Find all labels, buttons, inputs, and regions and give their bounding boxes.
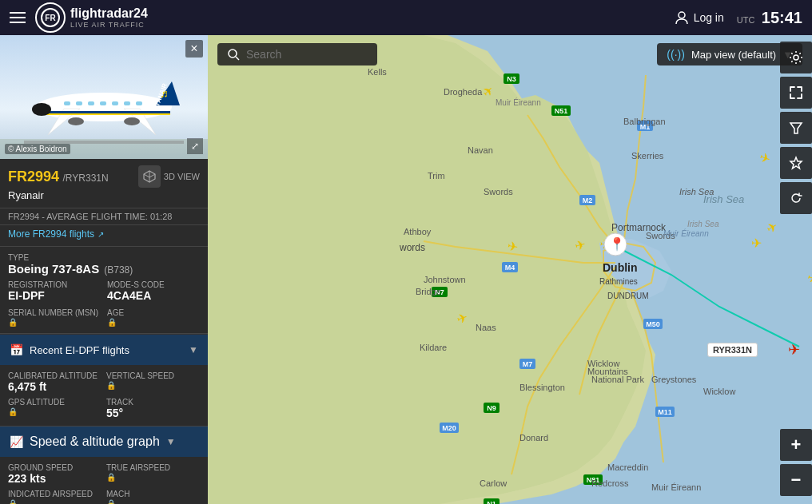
settings-button[interactable] — [780, 42, 812, 73]
svg-point-97 — [794, 55, 798, 60]
svg-text:📍: 📍 — [609, 236, 625, 252]
speed-graph-chevron: ▼ — [166, 436, 176, 447]
age-item: AGE — [107, 308, 200, 327]
map-area[interactable]: M1 M50 N51 N3 M2 M4 M7 — [208, 35, 812, 504]
logo: FR flightradar24 LIVE AIR TRAFFIC — [35, 2, 148, 33]
logo-subtext: LIVE AIR TRAFFIC — [70, 21, 148, 29]
hamburger-menu[interactable] — [10, 12, 26, 23]
refresh-button[interactable] — [780, 182, 812, 214]
true-airspeed-item: TRUE AIRSPEED — [106, 463, 200, 485]
radar-signal-icon: ((·)) — [667, 48, 685, 61]
expand-image-button[interactable]: ⤢ — [187, 138, 203, 154]
svg-text:Trim: Trim — [428, 171, 445, 181]
svg-text:N9: N9 — [487, 404, 496, 412]
svg-text:Bridge: Bridge — [416, 287, 441, 296]
mach-item: MACH — [106, 490, 200, 504]
aircraft-image: RYANAIR ♬ × © Alexis Boidron ⤢ — [0, 35, 208, 159]
svg-text:Greystones: Greystones — [651, 375, 697, 384]
svg-rect-12 — [124, 101, 130, 105]
flight-id: FR2994 /RYR331N — [8, 169, 109, 185]
login-button[interactable]: Log in — [675, 10, 724, 25]
svg-text:M20: M20 — [442, 424, 456, 432]
svg-text:♬: ♬ — [160, 87, 169, 100]
flight-id-row: FR2994 /RYR331N 3D VIEW — [8, 165, 200, 188]
3d-view-icon — [138, 165, 161, 188]
star-icon — [789, 156, 803, 170]
speed-data-section: GROUND SPEED 223 kts TRUE AIRSPEED INDIC… — [0, 457, 208, 504]
speed-altitude-accordion[interactable]: Speed & altitude graph ▼ — [0, 427, 208, 457]
recent-flights-chevron: ▼ — [189, 344, 198, 355]
fullscreen-button[interactable] — [780, 77, 812, 109]
svg-text:Irish Sea: Irish Sea — [703, 193, 744, 205]
details-grid: REGISTRATION EI-DPF MODE-S CODE 4CA4EA S… — [8, 280, 200, 327]
svg-text:DUNDRUM: DUNDRUM — [607, 292, 649, 300]
logo-text: flightradar24 — [70, 6, 148, 21]
svg-point-16 — [68, 117, 84, 125]
svg-text:National Park: National Park — [591, 375, 645, 384]
aircraft-label: RYR331N — [707, 343, 758, 357]
indicated-airspeed-lock-icon — [8, 498, 18, 504]
flight-header: FR2994 /RYR331N 3D VIEW Ryanair — [0, 159, 208, 208]
more-flights-link[interactable]: More FR2994 flights ↗ — [0, 225, 208, 247]
age-lock-icon — [107, 317, 117, 327]
svg-text:Muir Éireann: Muir Éireann — [496, 97, 541, 107]
svg-text:Kells: Kells — [368, 67, 387, 77]
favorites-button[interactable] — [780, 147, 812, 179]
speed-chart-icon — [10, 435, 23, 449]
svg-text:Athboy: Athboy — [404, 227, 432, 236]
map-top-bar: ((·)) Map view (default) ▼ — [208, 43, 812, 65]
svg-text:Naas: Naas — [476, 323, 496, 332]
true-airspeed-lock-icon — [106, 472, 116, 482]
modes-item: MODE-S CODE 4CA4EA — [107, 280, 200, 302]
zoom-in-button[interactable]: + — [780, 429, 812, 461]
svg-rect-13 — [136, 101, 142, 105]
search-icon — [227, 48, 240, 61]
svg-rect-8 — [76, 101, 82, 105]
left-panel: RYANAIR ♬ × © Alexis Boidron ⤢ FR2994 /R… — [0, 35, 208, 504]
svg-text:Balbriggan: Balbriggan — [623, 117, 666, 126]
svg-text:M11: M11 — [658, 408, 672, 416]
svg-point-17 — [124, 117, 140, 125]
svg-text:N1: N1 — [487, 500, 496, 504]
view-3d-button[interactable]: 3D VIEW — [138, 165, 200, 188]
refresh-icon — [789, 191, 803, 205]
vspeed-lock-icon — [106, 380, 116, 390]
svg-text:FR: FR — [45, 14, 56, 22]
map-svg: M1 M50 N51 N3 M2 M4 M7 — [208, 35, 812, 504]
right-panel-top-buttons — [780, 42, 812, 216]
svg-text:Redcross: Redcross — [591, 478, 629, 488]
right-panel: + − — [780, 35, 812, 504]
svg-rect-10 — [100, 101, 106, 105]
close-panel-button[interactable]: × — [185, 40, 203, 58]
svg-text:Dublin: Dublin — [603, 261, 638, 274]
filter-button[interactable] — [780, 112, 812, 144]
main-content: RYANAIR ♬ × © Alexis Boidron ⤢ FR2994 /R… — [0, 35, 812, 504]
altitude-item: CALIBRATED ALTITUDE 6,475 ft — [8, 371, 102, 393]
type-code: (B738) — [104, 264, 133, 276]
svg-text:Blessington: Blessington — [519, 383, 565, 392]
speed-graph-label: Speed & altitude graph — [30, 435, 160, 449]
gps-alt-lock-icon — [8, 407, 18, 416]
svg-rect-7 — [64, 101, 70, 105]
gps-alt-item: GPS ALTITUDE — [8, 398, 102, 419]
svg-marker-99 — [790, 157, 802, 169]
mach-lock-icon — [106, 498, 116, 504]
airline-name: Ryanair — [8, 189, 200, 201]
svg-text:Irish Sea: Irish Sea — [687, 220, 719, 228]
svg-text:✈: ✈ — [751, 236, 762, 250]
svg-text:Macreddin: Macreddin — [607, 462, 648, 472]
svg-text:Wicklow: Wicklow — [703, 387, 735, 396]
filter-icon — [789, 121, 803, 135]
recent-flights-label: Recent EI-DPF flights — [30, 344, 182, 356]
recent-flights-accordion[interactable]: Recent EI-DPF flights ▼ — [0, 334, 208, 365]
speed-grid: GROUND SPEED 223 kts TRUE AIRSPEED INDIC… — [8, 463, 200, 504]
search-input[interactable] — [246, 48, 358, 61]
top-navigation: FR flightradar24 LIVE AIR TRAFFIC Log in… — [0, 0, 812, 35]
utc-clock: UTC 15:41 — [737, 9, 802, 27]
search-box[interactable] — [217, 43, 377, 65]
svg-text:Navan: Navan — [468, 145, 493, 155]
photo-credit: © Alexis Boidron — [5, 144, 70, 154]
data-grid: CALIBRATED ALTITUDE 6,475 ft VERTICAL SP… — [8, 371, 200, 419]
zoom-out-button[interactable]: − — [780, 464, 812, 496]
svg-text:Carlow: Carlow — [480, 478, 507, 488]
